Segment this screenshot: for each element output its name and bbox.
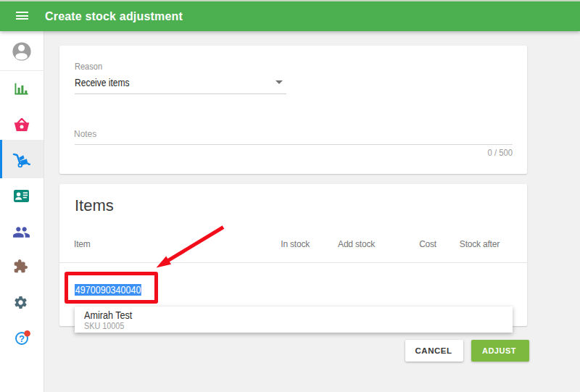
svg-text:?: ? (19, 333, 25, 344)
